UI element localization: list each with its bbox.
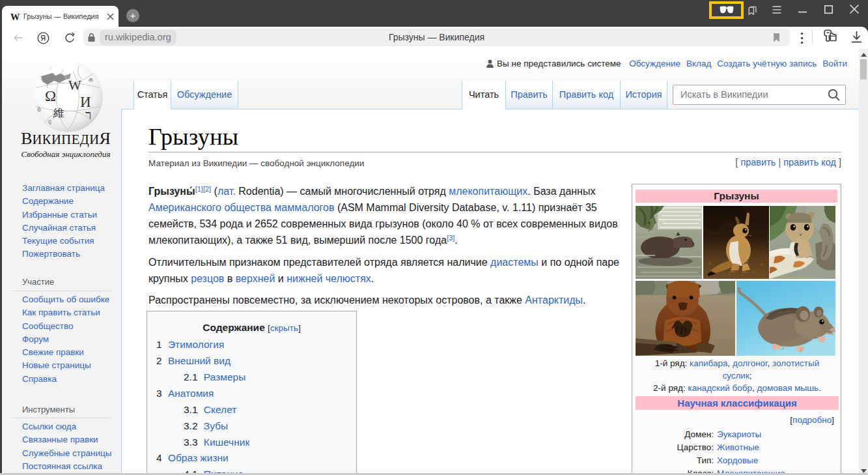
svg-text:Ω: Ω	[45, 88, 56, 104]
svg-text:ר: ר	[85, 108, 91, 122]
svg-text:維: 維	[53, 107, 64, 119]
svg-text:จ: จ	[48, 118, 51, 126]
svg-text:ة: ة	[37, 104, 41, 113]
svg-text:W: W	[68, 78, 81, 93]
svg-text:க: க	[88, 74, 93, 83]
